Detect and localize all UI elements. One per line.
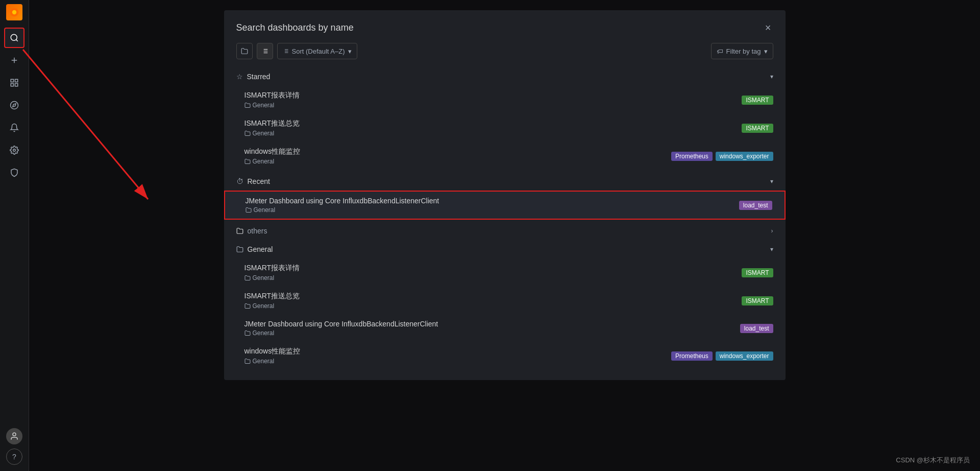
sidebar-item-alerting[interactable] xyxy=(4,117,24,138)
recent-title: Recent xyxy=(248,177,270,185)
tag-prometheus: Prometheus xyxy=(671,152,713,161)
tag-ismart: ISMART xyxy=(742,96,773,105)
sort-label: Sort (Default A–Z) xyxy=(292,48,345,55)
svg-marker-11 xyxy=(13,104,16,107)
tag-windows-exporter: windows_exporter xyxy=(716,351,773,361)
dashboard-item-windows-starred[interactable]: windows性能监控 General Prometheus windows_e… xyxy=(224,142,786,170)
dashboard-item-folder: General xyxy=(244,358,672,365)
dashboard-item-name: ISMART推送总览 xyxy=(244,119,742,128)
sidebar-item-shield[interactable] xyxy=(4,162,24,183)
starred-chevron-icon: ▾ xyxy=(770,73,773,80)
view-folder-button[interactable] xyxy=(236,43,253,59)
svg-rect-8 xyxy=(11,84,13,86)
general-section-header[interactable]: General ▾ xyxy=(224,240,786,258)
user-avatar[interactable] xyxy=(6,428,22,444)
dialog-title: Search dashboards by name xyxy=(236,22,354,33)
grafana-logo[interactable] xyxy=(6,4,22,20)
svg-rect-7 xyxy=(15,79,18,82)
sidebar-item-explore[interactable] xyxy=(4,95,24,115)
dashboard-item-info: windows性能监控 General xyxy=(244,347,672,365)
dashboard-item-name: windows性能监控 xyxy=(244,147,672,156)
others-folder-row[interactable]: others › xyxy=(224,222,786,240)
dashboard-item-folder: General xyxy=(244,329,740,337)
svg-rect-9 xyxy=(15,84,18,86)
starred-section: ☆ Starred ▾ ISMART报表详情 General ISMART xyxy=(224,67,786,170)
dashboard-item-ismart-push-general[interactable]: ISMART推送总览 General ISMART xyxy=(224,287,786,315)
dashboard-item-jmeter-general[interactable]: JMeter Dashboard using Core InfluxdbBack… xyxy=(224,315,786,342)
help-button[interactable]: ? xyxy=(6,449,22,465)
search-dialog: Search dashboards by name × xyxy=(224,10,786,380)
view-list-button[interactable] xyxy=(257,43,273,59)
dashboard-item-folder: General xyxy=(244,130,742,137)
dashboard-item-info: windows性能监控 General xyxy=(244,147,672,165)
tag-windows-exporter: windows_exporter xyxy=(716,152,773,161)
dashboard-item-name: windows性能监控 xyxy=(244,347,672,356)
dashboard-tags: ISMART xyxy=(742,96,773,105)
dashboard-tags: Prometheus windows_exporter xyxy=(671,152,773,161)
dashboard-tags: load_test xyxy=(740,324,773,333)
filter-tag-label: Filter by tag xyxy=(726,48,761,55)
dashboard-item-folder: General xyxy=(244,274,742,281)
general-chevron-icon: ▾ xyxy=(770,246,773,253)
tag-prometheus: Prometheus xyxy=(671,351,713,361)
recent-section-header[interactable]: ⏱ Recent ▾ xyxy=(224,172,786,191)
dashboard-item-windows-general[interactable]: windows性能监控 General Prometheus windows_e… xyxy=(224,342,786,370)
dialog-overlay: Search dashboards by name × xyxy=(29,0,980,471)
svg-point-10 xyxy=(11,102,18,109)
general-title: General xyxy=(248,245,273,253)
svg-point-13 xyxy=(13,433,16,436)
dialog-toolbar: Sort (Default A–Z) ▾ 🏷 Filter by tag ▾ xyxy=(224,43,786,67)
dashboard-item-info: ISMART推送总览 General xyxy=(244,292,742,310)
dashboard-item-folder: General xyxy=(244,158,672,165)
dialog-header: Search dashboards by name × xyxy=(224,10,786,43)
sort-chevron-icon: ▾ xyxy=(348,48,352,55)
recent-icon: ⏱ xyxy=(236,177,243,185)
dialog-body: ☆ Starred ▾ ISMART报表详情 General ISMART xyxy=(224,67,786,380)
tag-ismart: ISMART xyxy=(742,296,773,305)
dashboard-tags: ISMART xyxy=(742,124,773,133)
starred-title: Starred xyxy=(247,73,271,81)
dashboard-item-ismart-report-general[interactable]: ISMART报表详情 General ISMART xyxy=(224,258,786,287)
dashboard-item-name: JMeter Dashboard using Core InfluxdbBack… xyxy=(244,320,740,328)
dashboard-item-name: JMeter Dashboard using Core InfluxdbBack… xyxy=(246,197,739,205)
dashboard-item-folder: General xyxy=(244,102,742,109)
tag-ismart: ISMART xyxy=(742,124,773,133)
filter-tag-chevron-icon: ▾ xyxy=(764,48,768,55)
dashboard-item-folder: General xyxy=(244,302,742,310)
dashboard-item-jmeter-recent[interactable]: JMeter Dashboard using Core InfluxdbBack… xyxy=(224,191,786,220)
dashboard-item-info: ISMART推送总览 General xyxy=(244,119,742,137)
svg-point-1 xyxy=(12,10,16,14)
svg-point-2 xyxy=(11,34,17,40)
starred-icon: ☆ xyxy=(236,73,243,81)
others-chevron-icon: › xyxy=(771,227,773,234)
dashboard-item-name: ISMART报表详情 xyxy=(244,264,742,273)
sidebar-item-dashboards[interactable] xyxy=(4,73,24,93)
filter-tag-button[interactable]: 🏷 Filter by tag ▾ xyxy=(711,43,773,59)
sidebar: ? xyxy=(0,0,29,471)
svg-rect-6 xyxy=(11,79,13,82)
sidebar-item-settings[interactable] xyxy=(4,140,24,160)
general-section: General ▾ ISMART报表详情 General ISMART xyxy=(224,240,786,370)
dashboard-tags: load_test xyxy=(739,201,772,210)
svg-point-12 xyxy=(13,149,16,152)
close-button[interactable]: × xyxy=(763,20,773,35)
dashboard-tags: ISMART xyxy=(742,268,773,277)
dashboard-tags: ISMART xyxy=(742,296,773,305)
tag-ismart: ISMART xyxy=(742,268,773,277)
dashboard-item-info: ISMART报表详情 General xyxy=(244,91,742,109)
tag-icon: 🏷 xyxy=(717,48,723,55)
sidebar-item-search[interactable] xyxy=(4,28,24,48)
dashboard-item-info: JMeter Dashboard using Core InfluxdbBack… xyxy=(246,197,739,214)
dashboard-tags: Prometheus windows_exporter xyxy=(671,351,773,361)
sort-dropdown[interactable]: Sort (Default A–Z) ▾ xyxy=(277,43,357,59)
dashboard-item-name: ISMART报表详情 xyxy=(244,91,742,100)
dashboard-item-folder: General xyxy=(246,206,739,214)
watermark: CSDN @杉木不是程序员 xyxy=(896,456,970,465)
dashboard-item-ismart-report-starred[interactable]: ISMART报表详情 General ISMART xyxy=(224,86,786,114)
starred-section-header[interactable]: ☆ Starred ▾ xyxy=(224,67,786,86)
dashboard-item-info: ISMART报表详情 General xyxy=(244,264,742,281)
sidebar-item-add[interactable] xyxy=(4,50,24,70)
dashboard-item-name: ISMART推送总览 xyxy=(244,292,742,301)
tag-load-test: load_test xyxy=(740,324,773,333)
dashboard-item-ismart-push-starred[interactable]: ISMART推送总览 General ISMART xyxy=(224,114,786,142)
